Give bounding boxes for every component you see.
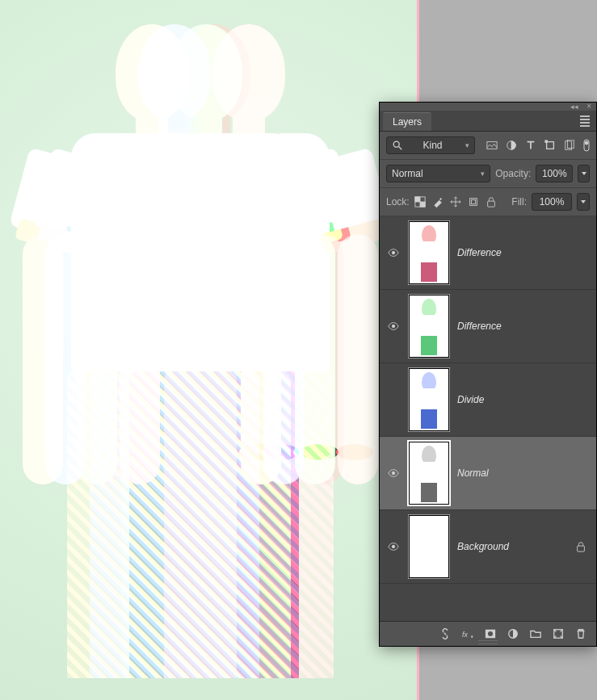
layer-name[interactable]: Background: [457, 541, 567, 552]
svg-rect-12: [420, 202, 425, 207]
filter-shape-icon[interactable]: [544, 140, 556, 151]
panel-footer: fx: [380, 621, 596, 646]
artwork-layer-red: [136, 8, 362, 670]
document-canvas[interactable]: [0, 0, 419, 700]
tab-layers[interactable]: Layers: [383, 112, 431, 131]
panel-resize-grip[interactable]: [478, 640, 498, 644]
collapse-panel-icon[interactable]: ◂◂: [570, 103, 578, 111]
adjustment-layer-icon[interactable]: [507, 628, 519, 639]
link-layers-icon[interactable]: [439, 628, 451, 639]
svg-point-23: [488, 631, 493, 636]
opacity-stepper[interactable]: [578, 165, 590, 182]
blend-row: Normal ▾ Opacity: 100%: [380, 160, 596, 188]
visibility-eye-icon[interactable]: [388, 247, 399, 258]
layer-mask-icon[interactable]: [485, 628, 496, 639]
panel-menu-icon[interactable]: [580, 115, 590, 127]
svg-point-0: [393, 141, 399, 147]
panel-topbar: ◂◂ ×: [380, 103, 596, 111]
group-layers-icon[interactable]: [530, 628, 541, 639]
layer-thumbnail[interactable]: [409, 368, 449, 431]
lock-artboard-icon[interactable]: [468, 196, 479, 207]
layer-thumbnail[interactable]: [409, 295, 449, 358]
new-layer-icon[interactable]: [553, 628, 564, 639]
svg-rect-11: [415, 197, 420, 202]
filter-type-icon[interactable]: [525, 140, 536, 151]
filter-row: Kind ▾: [380, 132, 596, 160]
filter-toggle-icon[interactable]: [583, 139, 590, 152]
svg-rect-20: [578, 546, 585, 551]
close-panel-icon[interactable]: ×: [586, 102, 591, 111]
layer-row[interactable]: Background: [380, 510, 596, 584]
layers-list[interactable]: DifferenceDifferenceDivideNormalBackgrou…: [380, 216, 596, 621]
layer-row[interactable]: Divide: [380, 363, 596, 437]
blend-mode-value: Normal: [392, 168, 423, 179]
layer-visibility-toggle[interactable]: [388, 467, 401, 479]
lock-icon: [575, 541, 586, 552]
layer-visibility-toggle[interactable]: [388, 247, 401, 258]
filter-kind-select[interactable]: Kind ▾: [386, 136, 475, 154]
svg-text:fx: fx: [462, 631, 468, 639]
fill-value[interactable]: 100%: [532, 193, 572, 211]
layers-panel: ◂◂ × Layers Kind ▾ Normal ▾ Opacity: 100…: [380, 103, 596, 646]
delete-layer-icon[interactable]: [575, 628, 586, 639]
filter-adjustment-icon[interactable]: [506, 140, 517, 151]
filter-smart-icon[interactable]: [564, 140, 575, 151]
fill-label: Fill:: [511, 196, 527, 207]
svg-point-16: [392, 251, 395, 254]
lock-position-icon[interactable]: [450, 196, 461, 207]
layer-visibility-toggle[interactable]: [388, 321, 401, 332]
visibility-eye-icon[interactable]: [388, 467, 399, 479]
svg-rect-15: [487, 201, 494, 207]
svg-rect-14: [471, 199, 475, 203]
layer-name[interactable]: Difference: [457, 321, 567, 332]
svg-point-18: [392, 472, 395, 475]
layer-name[interactable]: Difference: [457, 247, 567, 258]
visibility-eye-icon[interactable]: [388, 321, 399, 332]
svg-point-19: [392, 545, 395, 548]
filter-kind-label: Kind: [423, 140, 442, 151]
layer-row[interactable]: Difference: [380, 216, 596, 290]
layer-thumbnail[interactable]: [409, 442, 449, 505]
layer-row[interactable]: Normal: [380, 437, 596, 510]
blend-mode-select[interactable]: Normal ▾: [386, 165, 490, 182]
lock-row: Lock: Fill: 100%: [380, 188, 596, 216]
chevron-down-icon: ▾: [481, 170, 485, 178]
filter-pixel-icon[interactable]: [486, 140, 498, 151]
fill-stepper[interactable]: [577, 193, 590, 211]
layer-thumbnail[interactable]: [409, 515, 449, 578]
opacity-value[interactable]: 100%: [536, 165, 573, 182]
visibility-eye-icon[interactable]: [388, 541, 399, 552]
svg-point-17: [392, 325, 395, 328]
chevron-down-icon: ▾: [465, 141, 469, 149]
lock-label: Lock:: [386, 196, 410, 207]
svg-line-1: [399, 147, 402, 150]
layer-lock-indicator: [575, 541, 588, 552]
search-icon: [392, 140, 403, 151]
svg-rect-5: [545, 140, 548, 143]
layer-thumbnail[interactable]: [409, 221, 449, 284]
layer-visibility-toggle[interactable]: [388, 541, 401, 552]
lock-all-icon[interactable]: [486, 196, 497, 207]
svg-point-9: [585, 141, 588, 145]
layer-name[interactable]: Normal: [457, 467, 567, 479]
opacity-label: Opacity:: [495, 168, 531, 179]
layer-fx-icon[interactable]: fx: [462, 628, 473, 639]
layer-name[interactable]: Divide: [457, 394, 567, 405]
layer-row[interactable]: Difference: [380, 290, 596, 363]
lock-pixels-icon[interactable]: [432, 196, 444, 207]
panel-tabs: Layers: [380, 111, 596, 132]
lock-transparency-icon[interactable]: [414, 196, 426, 207]
